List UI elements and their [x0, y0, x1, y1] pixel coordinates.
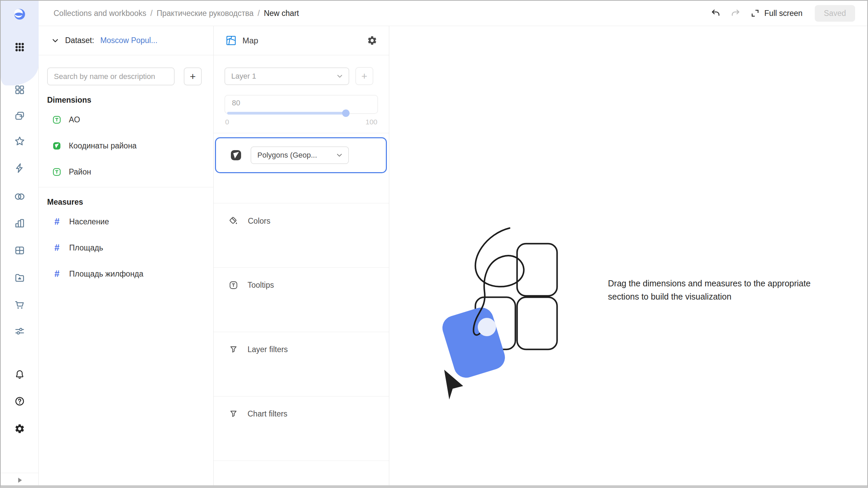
funnel-icon [229, 345, 238, 354]
layer-controls: Layer 1 + 80 0 [214, 55, 389, 133]
dataset-panel-header: Dataset: Moscow Popul... [39, 26, 213, 55]
field-label: Район [69, 167, 91, 177]
geolayer-field-value: Polygons (Geop... [257, 151, 336, 160]
measure-item-naselenie[interactable]: # Население [39, 209, 213, 235]
breadcrumb-workbook[interactable]: Практические руководства [157, 9, 254, 18]
section-label: Colors [248, 217, 270, 226]
measure-item-ploshad[interactable]: # Площадь [39, 235, 213, 261]
geolayer-focused-box: Polygons (Geop... [215, 137, 387, 173]
add-field-button[interactable]: + [184, 67, 202, 85]
notifications-bell-icon[interactable] [14, 369, 25, 380]
left-nav-sidebar [1, 1, 39, 485]
field-item-ao[interactable]: AO [39, 107, 213, 133]
tooltips-section[interactable]: Tooltips [214, 267, 389, 332]
funnel-icon [229, 409, 238, 419]
section-label: Layer filters [248, 345, 288, 354]
saved-button[interactable]: Saved [815, 5, 855, 22]
breadcrumb-collections[interactable]: Collections and workbooks [54, 9, 146, 18]
help-icon[interactable] [14, 395, 25, 407]
dashboards-icon[interactable] [14, 245, 25, 256]
field-label: Население [69, 217, 109, 226]
main-column: Collections and workbooks / Практические… [39, 1, 867, 485]
layer-select-value: Layer 1 [231, 72, 336, 81]
all-objects-icon[interactable] [14, 84, 25, 96]
paint-bucket-icon [229, 216, 238, 226]
settings-gear-icon[interactable] [14, 423, 25, 434]
field-label: Коодинаты района [69, 141, 137, 150]
map-visualization-icon [226, 35, 236, 46]
layer-select[interactable]: Layer 1 [224, 67, 349, 85]
dataset-label: Dataset: [65, 36, 94, 45]
chevron-down-icon[interactable] [52, 37, 59, 44]
datalens-logo-icon [14, 4, 25, 24]
chart-config-panel: Map Layer 1 [214, 26, 389, 485]
visualization-header: Map [214, 26, 389, 55]
string-type-icon [52, 115, 61, 124]
dataset-panel: Dataset: Moscow Popul... + Dimensions AO [39, 26, 214, 485]
dataset-name-link[interactable]: Moscow Popul... [100, 36, 158, 45]
marketplace-cart-icon[interactable] [14, 299, 25, 311]
add-layer-button[interactable]: + [355, 67, 373, 85]
field-item-coords[interactable]: Коодинаты района [39, 133, 213, 159]
opacity-max: 100 [366, 118, 377, 126]
field-label: Площадь [69, 243, 103, 252]
datasets-icon[interactable] [14, 191, 25, 202]
geolayer-field-select[interactable]: Polygons (Geop... [251, 146, 349, 164]
measure-item-zhilfond[interactable]: # Площадь жилфонда [39, 261, 213, 287]
datalens-logo[interactable] [14, 8, 25, 20]
content-row: Dataset: Moscow Popul... + Dimensions AO [39, 26, 867, 485]
all-services-icon[interactable] [14, 41, 25, 53]
fields-divider [39, 187, 213, 187]
chevron-down-icon [336, 73, 343, 80]
field-item-rayon[interactable]: Район [39, 159, 213, 185]
text-icon [229, 281, 238, 290]
expand-sidebar-icon[interactable] [14, 474, 25, 486]
colors-section[interactable]: Colors [214, 203, 389, 267]
sidebar-divider [1, 473, 38, 473]
field-search-input[interactable] [47, 67, 175, 85]
number-type-icon: # [52, 217, 62, 227]
opacity-slider-handle[interactable] [342, 109, 350, 117]
favorites-icon[interactable] [14, 136, 25, 147]
drag-hint-text: Drag the dimensions and measures to the … [608, 277, 830, 303]
opacity-slider-track[interactable] [227, 112, 346, 115]
visualization-settings-gear-icon[interactable] [367, 35, 377, 46]
visualization-name[interactable]: Map [242, 36, 258, 45]
geopolygon-field-icon [230, 149, 242, 162]
opacity-scale: 0 100 [225, 118, 377, 126]
field-search-row: + [39, 55, 213, 85]
config-panel-filler [214, 461, 389, 485]
undo-icon[interactable] [710, 7, 722, 19]
collections-icon[interactable] [14, 110, 25, 122]
fullscreen-icon[interactable] [749, 7, 761, 19]
layer-filters-section[interactable]: Layer filters [214, 332, 389, 396]
opacity-value: 80 [232, 99, 240, 107]
string-type-icon [52, 167, 61, 177]
chevron-down-icon [336, 152, 343, 159]
measures-title: Measures [47, 198, 213, 207]
services-sliders-icon[interactable] [14, 325, 25, 337]
charts-icon[interactable] [14, 218, 25, 229]
chart-filters-section[interactable]: Chart filters [214, 396, 389, 461]
layer-opacity-control: 80 [224, 95, 378, 114]
fullscreen-label[interactable]: Full screen [764, 9, 802, 18]
field-label: AO [69, 115, 80, 124]
section-label: Tooltips [248, 281, 274, 290]
breadcrumb-separator: / [258, 9, 260, 18]
files-folder-icon[interactable] [14, 272, 25, 284]
number-type-icon: # [52, 269, 62, 279]
empty-chart-illustration [437, 223, 579, 413]
geolayer-section: Polygons (Geop... [214, 133, 389, 203]
section-label: Chart filters [248, 409, 288, 419]
dimensions-title: Dimensions [47, 96, 213, 105]
redo-icon[interactable] [730, 7, 741, 19]
geopolygon-type-icon [52, 141, 61, 150]
app-window: Collections and workbooks / Практические… [0, 0, 868, 488]
breadcrumb-current: New chart [264, 9, 299, 18]
connections-icon[interactable] [14, 162, 25, 174]
top-bar: Collections and workbooks / Практические… [39, 1, 867, 26]
opacity-min: 0 [225, 118, 229, 126]
number-type-icon: # [52, 243, 62, 253]
breadcrumb-separator: / [151, 9, 153, 18]
topbar-actions: Full screen Saved [702, 5, 855, 22]
